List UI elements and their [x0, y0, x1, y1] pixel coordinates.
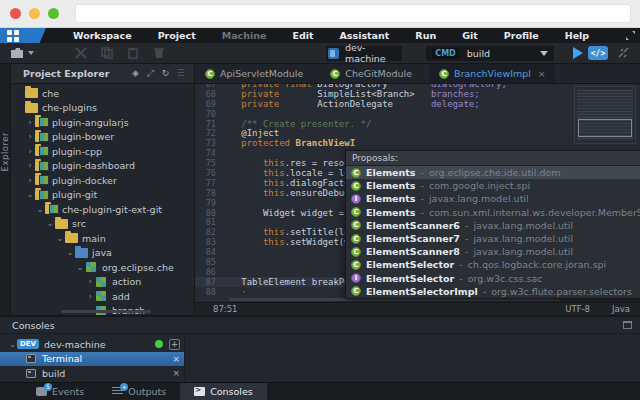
explorer-hscrollbar[interactable]: [61, 310, 151, 313]
tree-item[interactable]: ⌄ che-plugin-git-ext-git: [11, 202, 194, 217]
address-bar[interactable]: [75, 4, 631, 23]
menu-item[interactable]: Project: [145, 30, 209, 41]
bottom-tab[interactable]: 5 Events: [22, 383, 98, 400]
tree-expand-arrow[interactable]: ›: [25, 132, 35, 141]
tree-expand-arrow[interactable]: ⌄: [55, 234, 65, 243]
menu-item[interactable]: Assistant: [327, 30, 403, 41]
paste-button[interactable]: [124, 46, 142, 61]
command-selector[interactable]: CMD build: [426, 46, 553, 61]
encoding-label[interactable]: UTF-8: [565, 304, 590, 314]
proposal-item[interactable]: C Elements - com.google.inject.spi: [346, 179, 640, 192]
fullscreen-icon[interactable]: [625, 30, 636, 41]
proposal-item[interactable]: C ElementScanner8 - javax.lang.model.uti…: [346, 245, 640, 258]
tree-item[interactable]: che: [11, 86, 194, 101]
line-number: 82: [195, 227, 225, 237]
tree-item[interactable]: ⌄ src: [11, 217, 194, 232]
tree-item[interactable]: ⌄ java: [11, 246, 194, 261]
menu-item[interactable]: Machine: [209, 30, 280, 41]
close-process-icon[interactable]: ×: [172, 368, 180, 378]
zoom-window-icon[interactable]: [48, 8, 59, 19]
line-content: this.res = resourc: [225, 158, 360, 168]
tree-item[interactable]: › plugin-docker: [11, 173, 194, 188]
editor-tab[interactable]: C ApiServletModule: [195, 64, 320, 83]
new-project-button[interactable]: [8, 46, 34, 61]
proposal-package: javax.lang.model.util: [473, 246, 573, 257]
close-process-icon[interactable]: ×: [172, 354, 180, 364]
tree-expand-arrow[interactable]: ›: [85, 277, 95, 286]
copy-button[interactable]: [98, 46, 116, 61]
type-kind-icon: C: [351, 260, 361, 270]
run-command-button[interactable]: [568, 45, 588, 61]
tree-expand-arrow[interactable]: ⌄: [45, 219, 55, 228]
close-tab-icon[interactable]: ×: [538, 69, 546, 79]
tree-item[interactable]: › plugin-dashboard: [11, 159, 194, 174]
proposal-item[interactable]: C Elements - org.eclipse.che.ide.util.do…: [346, 166, 640, 179]
tree-item[interactable]: ⌄ plugin-git: [11, 188, 194, 203]
minimap-viewport[interactable]: [578, 119, 632, 137]
editor-tab[interactable]: C BranchViewImpl ×: [429, 64, 555, 83]
proposal-item[interactable]: C ElementScanner7 - javax.lang.model.uti…: [346, 232, 640, 245]
tree-item-label: plugin-bower: [52, 131, 114, 142]
tree-item[interactable]: ⌄ main: [11, 231, 194, 246]
menu-item[interactable]: Edit: [279, 30, 326, 41]
menu-item[interactable]: Workspace: [60, 30, 145, 41]
tree-item[interactable]: › plugin-cpp: [11, 144, 194, 159]
che-logo: [0, 28, 46, 43]
machine-selector[interactable]: dev-machine: [326, 46, 402, 61]
unlink-icon[interactable]: [614, 46, 632, 61]
proposal-item[interactable]: C ElementSelector - ch.qos.logback.core.…: [346, 258, 640, 271]
tree-item-icon: [35, 175, 48, 185]
tree-expand-arrow[interactable]: ⌄: [25, 190, 35, 199]
tree-expand-arrow[interactable]: ›: [25, 161, 35, 170]
editor-tab[interactable]: C CheGitModule: [320, 64, 429, 83]
explorer-toolbar-icon[interactable]: ⤢: [143, 68, 158, 79]
proposal-item[interactable]: C ElementScanner6 - javax.lang.model.uti…: [346, 219, 640, 232]
explorer-toolbar-icon[interactable]: ◈: [128, 68, 143, 79]
tree-item[interactable]: ⌄ org.eclipse.che: [11, 260, 194, 275]
explorer-strip-tab[interactable]: Explorer: [0, 132, 10, 171]
bottom-tab[interactable]: Consoles: [180, 383, 267, 400]
explorer-toolbar-icon[interactable]: ↻: [158, 68, 173, 79]
tree-item[interactable]: › add: [11, 289, 194, 304]
proposal-item[interactable]: C ElementSelectorImpl - org.w3c.flute.pa…: [346, 285, 640, 298]
proposal-item[interactable]: I Elements - javax.lang.model.util: [346, 192, 640, 205]
app-window: WorkspaceProjectMachineEditAssistantRunG…: [0, 0, 640, 400]
machine-node[interactable]: ⌄ DEV dev-machine +: [0, 337, 184, 352]
tree-item[interactable]: › action: [11, 275, 194, 290]
tree-item[interactable]: › plugin-angularjs: [11, 115, 194, 130]
tree-expand-arrow[interactable]: ⌄: [35, 205, 45, 214]
tree-item[interactable]: che-plugins: [11, 101, 194, 116]
tree-expand-arrow[interactable]: ›: [85, 292, 95, 301]
tree-expand-arrow[interactable]: ›: [25, 176, 35, 185]
menu-item[interactable]: Run: [402, 30, 449, 41]
close-window-icon[interactable]: [10, 8, 21, 19]
process-node[interactable]: Terminal ×: [0, 352, 184, 367]
tree-expand-arrow[interactable]: ⌄: [8, 340, 17, 349]
explorer-toolbar-icon[interactable]: ☰: [173, 68, 188, 79]
delete-button[interactable]: [150, 46, 168, 61]
tree-expand-arrow[interactable]: ›: [25, 147, 35, 156]
process-node[interactable]: build ×: [0, 366, 184, 381]
terminal-output[interactable]: drwxr-xr-x 3 user user 4096 Jan 14 16:58…: [185, 334, 640, 382]
proposal-package: org.w3c.flute.parser.selectors: [491, 286, 632, 297]
consoles-panel: Consoles ⌄ DEV dev-machine + Termina: [0, 315, 640, 382]
minimize-window-icon[interactable]: [29, 8, 40, 19]
menu-item[interactable]: Profile: [491, 30, 552, 41]
tree-expand-arrow[interactable]: ⌄: [65, 248, 75, 257]
language-label[interactable]: Java: [612, 304, 630, 314]
bottom-tab[interactable]: + Outputs: [98, 383, 180, 400]
panel-minimize-icon[interactable]: [623, 321, 632, 329]
minimap[interactable]: [574, 86, 636, 144]
line-number: 80: [195, 208, 225, 218]
proposal-item[interactable]: I ElementSelector - org.w3c.css.sac: [346, 272, 640, 285]
proposal-item[interactable]: C Elements - com.sun.xml.internal.ws.dev…: [346, 206, 640, 219]
add-terminal-button[interactable]: +: [169, 339, 180, 350]
tree-expand-arrow[interactable]: ⌄: [75, 263, 85, 272]
menu-item[interactable]: Git: [449, 30, 491, 41]
preview-code-button[interactable]: </>: [588, 46, 608, 60]
code-editor[interactable]: 67 private final DialogFactory dialogFac…: [195, 84, 640, 302]
tree-item[interactable]: › plugin-bower: [11, 130, 194, 145]
menu-item[interactable]: Help: [552, 30, 602, 41]
tree-expand-arrow[interactable]: ›: [25, 118, 35, 127]
cut-button[interactable]: [72, 46, 90, 61]
